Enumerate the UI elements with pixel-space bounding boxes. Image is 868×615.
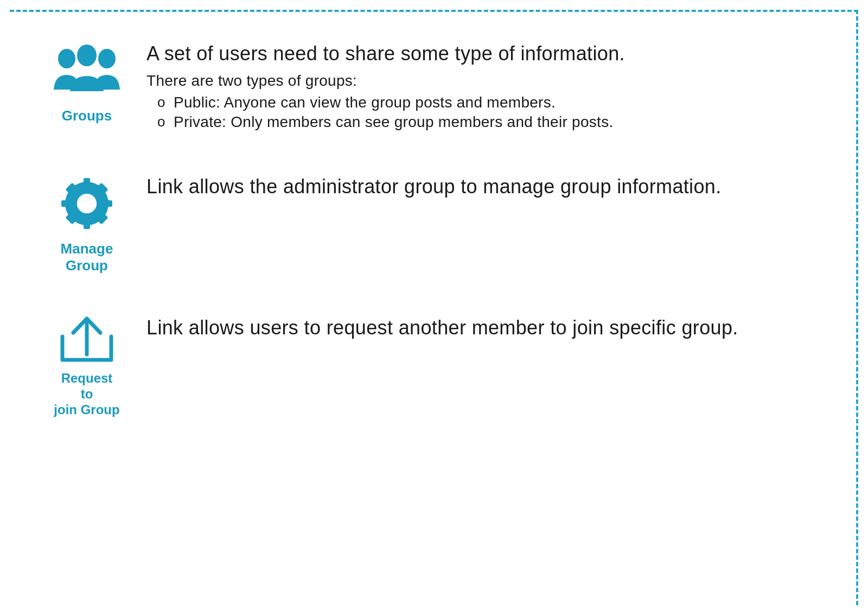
- groups-label: Groups: [62, 107, 112, 124]
- request-join-icon: [54, 312, 119, 366]
- manage-group-label: Manage Group: [61, 240, 113, 274]
- request-join-label: Request to join Group: [54, 371, 119, 417]
- request-join-text-col: Link allows users to request another mem…: [146, 312, 825, 341]
- groups-text-col: A set of users need to share some type o…: [146, 38, 825, 133]
- manage-group-icon-col: Manage Group: [43, 171, 130, 274]
- svg-point-1: [98, 49, 116, 68]
- right-dashed-border: [856, 10, 858, 605]
- content-area: Groups A set of users need to share some…: [22, 22, 846, 593]
- request-join-section: Request to join Group Link allows users …: [43, 312, 825, 417]
- request-join-main-text: Link allows users to request another mem…: [146, 315, 825, 341]
- request-join-icon-col: Request to join Group: [43, 312, 130, 417]
- groups-bullet-2: Private: Only members can see group memb…: [157, 113, 825, 131]
- groups-main-text: A set of users need to share some type o…: [146, 41, 825, 67]
- groups-sub-text: There are two types of groups:: [146, 72, 825, 90]
- top-dashed-border: [10, 10, 858, 12]
- groups-icon-col: Groups: [43, 38, 130, 124]
- svg-rect-8: [61, 200, 71, 207]
- groups-bullet-list: Public: Anyone can view the group posts …: [146, 94, 825, 131]
- manage-group-section: Manage Group Link allows the administrat…: [43, 171, 825, 274]
- gear-icon: [52, 171, 122, 236]
- svg-rect-7: [84, 219, 90, 229]
- groups-section: Groups A set of users need to share some…: [43, 38, 825, 133]
- svg-rect-9: [103, 200, 112, 207]
- groups-bullet-1: Public: Anyone can view the group posts …: [157, 94, 825, 111]
- manage-group-text-col: Link allows the administrator group to m…: [146, 171, 825, 200]
- svg-rect-6: [84, 178, 90, 188]
- svg-point-15: [79, 196, 94, 211]
- svg-point-2: [77, 45, 97, 66]
- groups-icon: [52, 38, 122, 103]
- manage-group-main-text: Link allows the administrator group to m…: [146, 174, 825, 200]
- svg-point-0: [58, 49, 75, 68]
